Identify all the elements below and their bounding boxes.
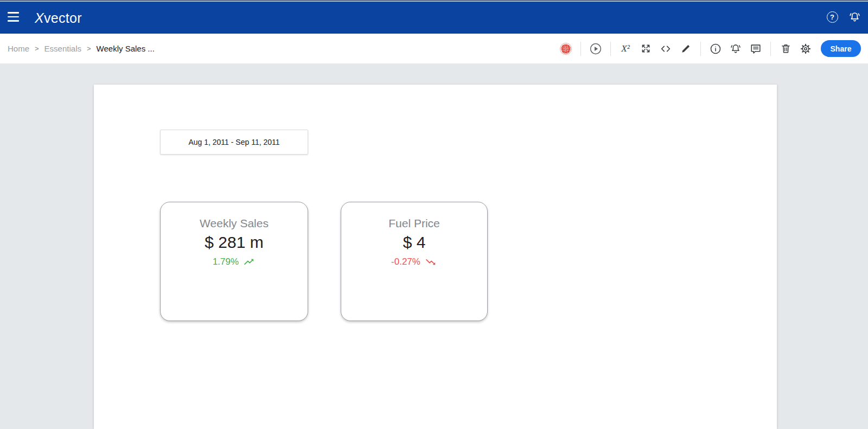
breadcrumb-item-home[interactable]: Home bbox=[8, 44, 29, 53]
report-toolbar: X² bbox=[559, 34, 861, 63]
toolbar-divider bbox=[770, 42, 771, 56]
play-icon bbox=[589, 42, 602, 55]
breadcrumb: Home > Essentials > Weekly Sales ... bbox=[8, 34, 155, 63]
menu-icon bbox=[8, 12, 19, 14]
trash-icon bbox=[780, 43, 792, 54]
breadcrumb-separator: > bbox=[87, 44, 91, 53]
breadcrumb-current-page: Weekly Sales ... bbox=[97, 44, 155, 53]
formula-icon: X² bbox=[621, 43, 629, 54]
comments-button[interactable] bbox=[749, 42, 762, 55]
header-accent-strip bbox=[0, 0, 868, 2]
info-icon bbox=[710, 43, 722, 55]
trend-down-icon bbox=[424, 257, 437, 267]
kpi-delta: 1.79% bbox=[161, 257, 308, 267]
action-bar: Home > Essentials > Weekly Sales ... bbox=[0, 34, 868, 63]
edit-button[interactable] bbox=[679, 42, 692, 55]
alert-bell-icon bbox=[730, 43, 742, 55]
bell-icon bbox=[848, 11, 861, 23]
trend-up-icon bbox=[242, 257, 256, 267]
share-button[interactable]: Share bbox=[821, 40, 861, 57]
data-source-button[interactable] bbox=[559, 42, 572, 55]
kpi-card-weekly-sales[interactable]: Weekly Sales $ 281 m 1.79% bbox=[160, 202, 308, 321]
kpi-title: Fuel Price bbox=[341, 217, 487, 230]
date-range-picker[interactable]: Aug 1, 2011 - Sep 11, 2011 bbox=[160, 130, 308, 155]
toolbar-divider bbox=[610, 42, 611, 56]
breadcrumb-item-essentials[interactable]: Essentials bbox=[44, 44, 81, 53]
header-actions: ? bbox=[826, 0, 861, 34]
formula-button[interactable]: X² bbox=[619, 42, 632, 55]
report-canvas: Aug 1, 2011 - Sep 11, 2011 Weekly Sales … bbox=[0, 63, 868, 429]
fullscreen-button[interactable] bbox=[639, 42, 652, 55]
hamburger-menu-button[interactable] bbox=[8, 12, 20, 22]
alerts-button[interactable] bbox=[729, 42, 742, 55]
report-page: Aug 1, 2011 - Sep 11, 2011 Weekly Sales … bbox=[94, 85, 777, 429]
pencil-icon bbox=[680, 43, 692, 54]
info-button[interactable] bbox=[709, 42, 722, 55]
toolbar-divider bbox=[580, 42, 581, 56]
app-header: Xvector ? bbox=[0, 0, 868, 34]
comment-icon bbox=[750, 43, 762, 55]
app-window: Xvector ? Home > Essentials > Weekly Sal… bbox=[0, 0, 868, 429]
help-button[interactable]: ? bbox=[826, 10, 839, 23]
kpi-value: $ 281 m bbox=[161, 233, 308, 252]
settings-button[interactable] bbox=[799, 42, 812, 55]
kpi-delta: -0.27% bbox=[341, 257, 487, 267]
kpi-delta-value: -0.27% bbox=[391, 257, 420, 267]
data-source-icon bbox=[559, 42, 572, 55]
app-logo: Xvector bbox=[35, 0, 82, 34]
run-button[interactable] bbox=[589, 42, 602, 55]
delete-button[interactable] bbox=[779, 42, 792, 55]
notifications-button[interactable] bbox=[848, 10, 861, 23]
fullscreen-icon bbox=[640, 43, 652, 54]
kpi-title: Weekly Sales bbox=[161, 217, 308, 230]
code-button[interactable] bbox=[659, 42, 672, 55]
gear-icon bbox=[800, 43, 812, 55]
kpi-value: $ 4 bbox=[341, 233, 487, 252]
toolbar-divider bbox=[700, 42, 701, 56]
kpi-card-fuel-price[interactable]: Fuel Price $ 4 -0.27% bbox=[341, 202, 488, 321]
help-icon: ? bbox=[827, 11, 838, 23]
kpi-delta-value: 1.79% bbox=[213, 257, 239, 267]
breadcrumb-separator: > bbox=[35, 44, 39, 53]
code-icon bbox=[660, 43, 672, 55]
